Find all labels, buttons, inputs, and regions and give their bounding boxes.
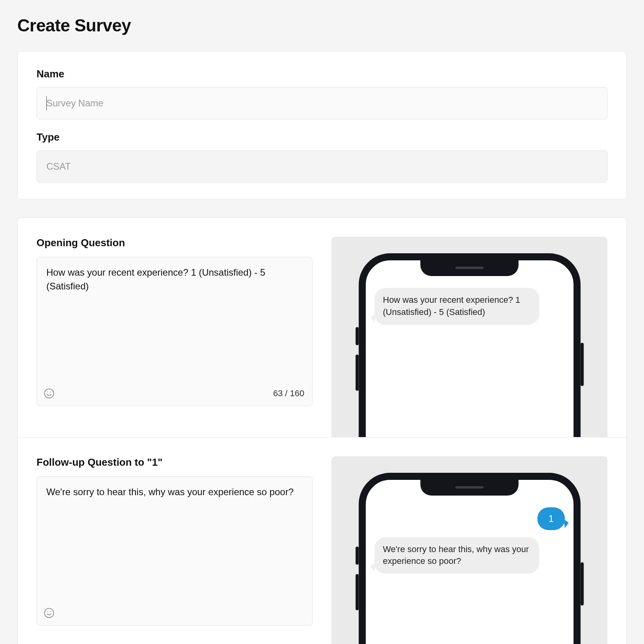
phone-notch bbox=[421, 260, 519, 276]
svg-point-3 bbox=[44, 608, 53, 617]
survey-meta-card: Name Type CSAT bbox=[17, 51, 627, 199]
phone-notch bbox=[421, 479, 519, 496]
phone-mock: How was your recent experience? 1 (Unsat… bbox=[359, 253, 580, 437]
page-title: Create Survey bbox=[0, 0, 644, 45]
preview-incoming-bubble: How was your recent experience? 1 (Unsat… bbox=[374, 288, 539, 325]
questions-card: Opening Question 63 / 160 bbox=[17, 218, 627, 644]
phone-side-button bbox=[355, 355, 359, 391]
survey-type-value: CSAT bbox=[46, 161, 71, 172]
opening-question-section: Opening Question 63 / 160 bbox=[18, 218, 626, 437]
preview-incoming-bubble: We're sorry to hear this, why was your e… bbox=[374, 537, 539, 574]
opening-question-editor: 63 / 160 bbox=[37, 257, 313, 406]
text-caret bbox=[46, 96, 47, 110]
create-survey-page: Create Survey Name Type CSAT Opening Que… bbox=[0, 0, 644, 644]
survey-name-input[interactable] bbox=[37, 87, 607, 119]
phone-side-button bbox=[355, 327, 359, 345]
svg-point-0 bbox=[44, 389, 53, 398]
opening-char-counter: 63 / 160 bbox=[273, 388, 304, 399]
survey-type-select[interactable]: CSAT bbox=[37, 150, 607, 183]
followup-1-editor bbox=[37, 476, 313, 626]
followup-1-preview-panel: 1 We're sorry to hear this, why was your… bbox=[331, 456, 607, 644]
opening-question-textarea[interactable] bbox=[37, 257, 312, 384]
phone-side-button bbox=[355, 547, 359, 565]
phone-side-button bbox=[580, 562, 584, 606]
opening-preview-panel: How was your recent experience? 1 (Unsat… bbox=[331, 237, 607, 437]
emoji-picker-icon[interactable] bbox=[42, 387, 56, 400]
type-label: Type bbox=[37, 131, 607, 143]
name-label: Name bbox=[37, 68, 607, 80]
phone-side-button bbox=[355, 574, 359, 610]
phone-mock: 1 We're sorry to hear this, why was your… bbox=[359, 473, 580, 644]
emoji-picker-icon[interactable] bbox=[42, 606, 56, 620]
followup-1-section: Follow-up Question to "1" bbox=[18, 437, 626, 644]
opening-question-heading: Opening Question bbox=[37, 237, 313, 249]
preview-user-reply-bubble: 1 bbox=[538, 507, 565, 530]
followup-1-heading: Follow-up Question to "1" bbox=[37, 456, 313, 468]
phone-side-button bbox=[580, 343, 584, 386]
followup-1-textarea[interactable] bbox=[37, 477, 312, 603]
